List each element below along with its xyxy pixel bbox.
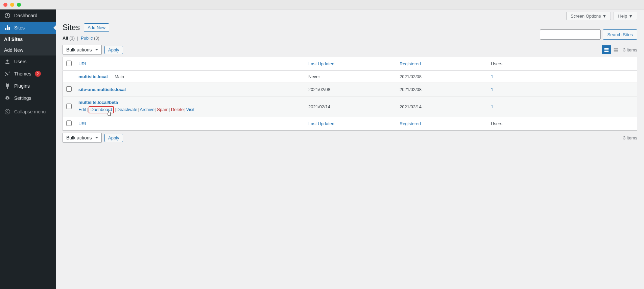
filter-links: All (3) | Public (3) [63,36,99,41]
sidebar-label: Users [14,59,27,64]
row-action-delete[interactable]: Delete [171,107,184,112]
cell-last-updated: 2021/02/14 [305,96,396,117]
bulk-apply-button-bottom[interactable]: Apply [104,134,123,142]
themes-icon [4,70,11,77]
admin-sidebar: Dashboard Sites All Sites Add New Users … [0,9,56,289]
sidebar-subitem-add-new[interactable]: Add New [0,45,56,55]
search-input[interactable] [540,29,601,40]
cell-users-link[interactable]: 1 [491,74,493,79]
svg-point-0 [5,109,10,114]
add-new-button[interactable]: Add New [84,23,109,32]
site-url-link[interactable]: site-one.multisite.local [78,87,126,92]
sidebar-label: Themes [14,71,31,76]
sites-table: URL Last Updated Registered Users multis… [63,57,637,131]
screen-options-label: Screen Options [571,14,601,19]
items-count-top: 3 items [623,47,637,52]
select-all-checkbox-bottom[interactable] [66,120,72,126]
column-last-updated[interactable]: Last Updated [308,61,334,66]
column-last-updated-footer[interactable]: Last Updated [308,121,334,126]
main-site-tag: — Main [108,74,124,79]
column-url-footer[interactable]: URL [78,121,87,126]
sidebar-label: Sites [14,25,25,30]
sidebar-item-sites[interactable]: Sites [0,22,56,34]
highlight-annotation: Dashboard [89,106,114,113]
table-row: multisite.local — Main Never 2021/02/08 … [63,71,637,83]
column-registered-footer[interactable]: Registered [400,121,421,126]
svg-rect-4 [614,48,618,50]
column-url[interactable]: URL [78,61,87,66]
users-icon [4,58,11,65]
sidebar-item-settings[interactable]: Settings [0,92,56,104]
screen-options-button[interactable]: Screen Options ▼ [566,12,611,20]
sidebar-subitem-all-sites[interactable]: All Sites [0,34,56,45]
view-list-button[interactable] [602,45,611,54]
svg-rect-5 [614,50,618,52]
row-checkbox[interactable] [66,86,72,92]
cell-last-updated: 2021/02/08 [305,83,396,96]
dashboard-icon [4,12,11,19]
cell-registered: 2021/02/08 [396,83,487,96]
svg-rect-2 [604,49,609,50]
main-content: Screen Options ▼ Help ▼ Sites Add New Al… [56,9,644,289]
bulk-actions-select-bottom[interactable]: Bulk actions [63,133,102,143]
table-row: site-one.multisite.local 2021/02/08 2021… [63,83,637,96]
page-title: Sites [63,23,80,32]
filter-all[interactable]: All [63,36,68,41]
bulk-actions-select-top[interactable]: Bulk actions [63,45,102,55]
row-action-deactivate[interactable]: Deactivate [117,107,137,112]
settings-icon [4,95,11,102]
sidebar-item-dashboard[interactable]: Dashboard [0,9,56,22]
sidebar-item-plugins[interactable]: Plugins [0,80,56,92]
column-users-footer: Users [487,117,637,131]
bulk-apply-button-top[interactable]: Apply [104,46,123,54]
site-url-link[interactable]: multisite.local [78,74,108,79]
svg-rect-1 [604,48,609,49]
cell-last-updated: Never [305,71,396,83]
row-action-edit[interactable]: Edit [78,107,86,112]
help-label: Help [618,14,627,19]
sidebar-label: Plugins [14,83,30,89]
cell-users-link[interactable]: 1 [491,87,493,92]
maximize-window-button[interactable] [17,3,21,7]
sidebar-item-themes[interactable]: Themes 2 [0,68,56,80]
row-action-spam[interactable]: Spam [157,107,168,112]
help-button[interactable]: Help ▼ [614,12,637,20]
sites-icon [4,24,11,31]
items-count-bottom: 3 items [623,135,637,140]
column-registered[interactable]: Registered [400,61,421,66]
table-row: multisite.local/beta Edit|Dashboard |Dea… [63,96,637,117]
cell-registered: 2021/02/08 [396,71,487,83]
minimize-window-button[interactable] [10,3,14,7]
collapse-label: Collapse menu [14,109,46,114]
select-all-checkbox-top[interactable] [66,61,72,66]
themes-update-badge: 2 [35,71,41,77]
sidebar-item-users[interactable]: Users [0,55,56,68]
view-excerpt-button[interactable] [612,45,620,54]
search-sites-button[interactable]: Search Sites [603,29,637,40]
row-action-archive[interactable]: Archive [140,107,154,112]
filter-public[interactable]: Public [81,36,93,41]
row-action-visit[interactable]: Visit [186,107,194,112]
svg-rect-3 [604,51,609,52]
cell-users-link[interactable]: 1 [491,104,493,109]
sidebar-submenu-sites: All Sites Add New [0,34,56,55]
sidebar-label: Settings [14,95,31,101]
row-checkbox[interactable] [66,104,72,109]
close-window-button[interactable] [3,3,7,7]
cell-registered: 2021/02/14 [396,96,487,117]
collapse-menu-button[interactable]: Collapse menu [0,106,56,118]
window-titlebar [0,0,644,9]
site-url-link[interactable]: multisite.local/beta [78,100,118,105]
row-actions: Edit|Dashboard |Deactivate|Archive|Spam|… [78,106,302,113]
sidebar-label: Dashboard [14,13,38,18]
column-users: Users [487,57,637,71]
collapse-icon [4,108,11,115]
cursor-icon [107,110,112,117]
chevron-down-icon: ▼ [602,14,607,19]
plugins-icon [4,83,11,89]
chevron-down-icon: ▼ [628,14,633,19]
